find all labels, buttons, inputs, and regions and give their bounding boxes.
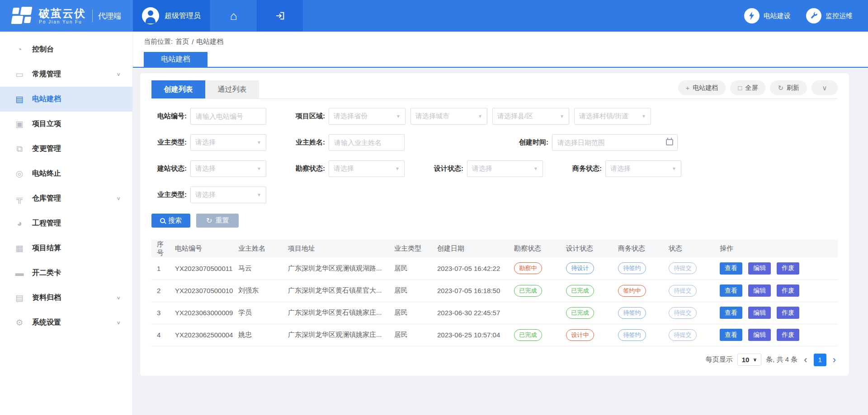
archive-icon: ▤	[14, 293, 25, 303]
station-table: 序号 电站编号 业主姓名 项目地址 业主类型 创建日期 勘察状态 设计状态 商务…	[151, 240, 838, 346]
dashboard-icon: ◔	[14, 45, 25, 55]
sidebar-item-engineering-management[interactable]: ◕ 工程管理	[0, 211, 132, 236]
sidebar-item-project-settlement[interactable]: ▦ 项目结算	[0, 236, 132, 261]
home-button[interactable]: ⌂	[210, 0, 257, 32]
nav-station-build-label: 电站建设	[764, 12, 791, 20]
status-badge: 待提交	[669, 262, 697, 274]
view-button[interactable]: 查看	[720, 284, 742, 297]
chevron-down-icon: ∨	[822, 84, 827, 92]
build-status-select[interactable]: 请选择 ▼	[190, 160, 266, 177]
topbar-nav: 电站建设 监控运维	[744, 0, 868, 32]
table-row: 2 YX2023070500010 刘强东 广东深圳龙华区黄石镇星官大... 居…	[151, 280, 838, 302]
fullscreen-button[interactable]: □ 全屏	[730, 80, 765, 95]
next-page-button[interactable]: ›	[831, 355, 838, 365]
void-button[interactable]: 作废	[777, 262, 799, 275]
breadcrumb-home[interactable]: 首页	[175, 37, 189, 46]
city-select[interactable]: 请选择城市 ▼	[410, 108, 487, 125]
chevron-down-icon: ∨	[116, 320, 121, 326]
prev-page-button[interactable]: ‹	[802, 355, 809, 365]
gear-icon: ⚙	[14, 317, 25, 328]
sidebar-item-warehouse-management[interactable]: ╦ 仓库管理 ∨	[0, 186, 132, 211]
owner-type-select[interactable]: 请选择 ▼	[190, 134, 266, 151]
station-code-input[interactable]	[190, 108, 266, 125]
sidebar-item-general-management[interactable]: ▭ 常规管理 ∨	[0, 62, 132, 87]
calendar-icon	[666, 139, 673, 145]
logo-subtitle: Po Jian Yun Fu	[39, 19, 86, 24]
nav-monitor-ops[interactable]: 监控运维	[806, 8, 853, 23]
logo-title: 破茧云伏	[39, 8, 86, 19]
created-time-label: 创建时间:	[513, 138, 552, 147]
sidebar-item-station-termination[interactable]: ◎ 电站终止	[0, 161, 132, 186]
sidebar-item-change-management[interactable]: ⧉ 变更管理	[0, 136, 132, 161]
reset-button[interactable]: ↻ 重置	[196, 214, 239, 228]
search-icon	[160, 218, 165, 223]
breadcrumb: 当前位置: 首页 / 电站建档	[133, 32, 868, 52]
copy-icon: ⧉	[14, 144, 25, 154]
edit-button[interactable]: 编辑	[748, 262, 771, 275]
station-code-label: 电站编号:	[151, 112, 190, 121]
user-menu[interactable]: 超级管理员	[133, 0, 210, 32]
edit-button[interactable]: 编辑	[748, 307, 771, 319]
design-status-badge: 待设计	[566, 262, 594, 274]
portal-label: 代理端	[98, 11, 121, 21]
province-select[interactable]: 请选择省份 ▼	[329, 108, 406, 125]
status-badge: 待提交	[669, 285, 697, 297]
refresh-button[interactable]: ↻ 刷新	[770, 80, 807, 95]
business-status-select[interactable]: 请选择 ▼	[605, 160, 681, 177]
created-time-range-input[interactable]	[552, 134, 678, 151]
caret-down-icon: ∨	[753, 357, 757, 363]
search-button[interactable]: 搜索	[151, 214, 190, 228]
collapse-toolbar-button[interactable]: ∨	[811, 80, 838, 95]
briefcase-icon: ▣	[14, 119, 25, 129]
card-icon: ▬	[14, 268, 25, 278]
view-button[interactable]: 查看	[720, 262, 742, 275]
edit-button[interactable]: 编辑	[748, 329, 771, 341]
page-number-button[interactable]: 1	[814, 354, 826, 366]
survey-status-badge: 勘察中	[514, 262, 542, 274]
sidebar-item-data-archive[interactable]: ▤ 资料归档 ∨	[0, 285, 132, 310]
nav-station-build[interactable]: 电站建设	[744, 8, 791, 23]
tab-created-list[interactable]: 创建列表	[151, 80, 205, 98]
wrench-icon	[806, 8, 821, 23]
breadcrumb-separator: /	[192, 38, 193, 46]
owner-type2-select[interactable]: 请选择 ▼	[190, 187, 266, 203]
survey-status-select[interactable]: 请选择 ▼	[329, 160, 405, 177]
logout-icon	[275, 11, 285, 21]
void-button[interactable]: 作废	[777, 307, 799, 319]
fullscreen-icon: □	[738, 84, 742, 92]
add-station-filing-button[interactable]: + 电站建档	[678, 80, 726, 95]
owner-name-input[interactable]	[329, 134, 405, 151]
logout-button[interactable]	[257, 0, 303, 32]
survey-status-label: 勘察状态:	[290, 164, 329, 173]
tab-passed-list[interactable]: 通过列表	[205, 80, 259, 98]
table-row: 3 YX2023063000009 学员 广东深圳龙华区黄石镇姚家庄... 居民…	[151, 302, 838, 324]
caret-down-icon: ▼	[560, 114, 564, 119]
station-filing-panel: 创建列表 通过列表 + 电站建档 □ 全屏 ↻	[140, 73, 849, 376]
view-button[interactable]: 查看	[720, 307, 742, 319]
refresh-icon: ↻	[778, 84, 783, 92]
business-status-badge: 签约中	[618, 285, 646, 297]
sidebar-item-console[interactable]: ◔ 控制台	[0, 37, 132, 62]
sidebar-item-type2-card[interactable]: ▬ 开二类卡	[0, 261, 132, 285]
void-button[interactable]: 作废	[777, 329, 799, 341]
edit-button[interactable]: 编辑	[748, 284, 771, 297]
design-status-label: 设计状态:	[428, 164, 467, 173]
view-button[interactable]: 查看	[720, 329, 742, 341]
village-select[interactable]: 请选择村镇/街道 ▼	[574, 108, 651, 125]
page-tab-station-filing[interactable]: 电站建档	[144, 52, 208, 67]
design-status-select[interactable]: 请选择 ▼	[467, 160, 543, 177]
sidebar-item-system-settings[interactable]: ⚙ 系统设置 ∨	[0, 310, 132, 335]
county-select[interactable]: 请选择县/区 ▼	[492, 108, 569, 125]
home-icon: ⌂	[230, 10, 237, 22]
calculator-icon: ▦	[14, 243, 25, 253]
survey-status-badge: 已完成	[514, 329, 542, 341]
gauge-icon: ◕	[14, 219, 25, 228]
logo: 破茧云伏 Po Jian Yun Fu 代理端	[0, 0, 133, 32]
plus-icon: +	[686, 84, 690, 92]
sidebar-item-project-initiation[interactable]: ▣ 项目立项	[0, 112, 132, 136]
void-button[interactable]: 作废	[777, 284, 799, 297]
sidebar-item-station-filing[interactable]: ▤ 电站建档	[0, 87, 132, 112]
per-page-select[interactable]: 10 ∨	[737, 354, 762, 366]
business-status-badge: 待签约	[618, 329, 646, 341]
design-status-badge: 设计中	[566, 329, 594, 341]
